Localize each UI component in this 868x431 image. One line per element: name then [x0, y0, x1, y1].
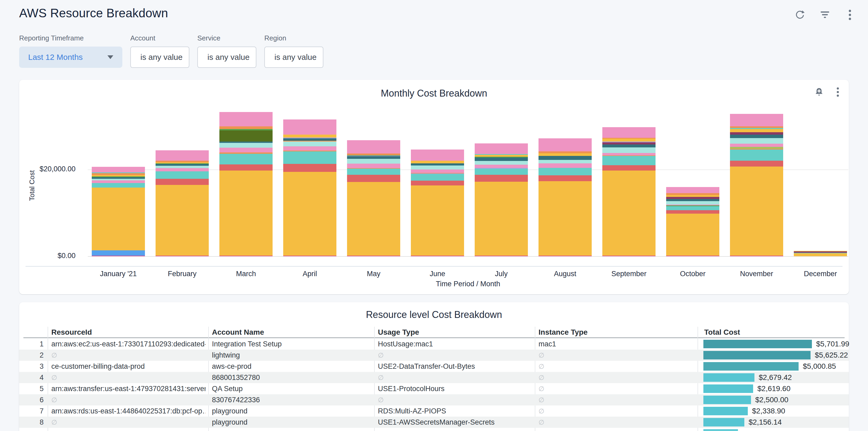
x-tick-label: October — [661, 270, 725, 278]
timeframe-dropdown[interactable]: Last 12 Months — [19, 47, 122, 68]
cell-total-cost: $5,000.85 — [803, 361, 836, 372]
cell-account: 830767422336 — [212, 394, 372, 405]
bar-segment — [219, 171, 273, 256]
stacked-bar-june[interactable] — [411, 150, 464, 256]
stacked-bar-january-21[interactable] — [92, 167, 145, 256]
bar-segment — [283, 134, 336, 137]
cell-total-cost: $2,338.90 — [752, 405, 785, 417]
bar-segment — [411, 161, 464, 163]
stacked-bar-november[interactable] — [730, 114, 783, 256]
table-row[interactable]: 7arn:aws:rds:us-east-1:448640225317:db:p… — [19, 405, 849, 417]
table-title: Resource level Cost Breakdown — [19, 309, 849, 320]
bar-segment — [156, 185, 209, 256]
row-number: 7 — [19, 405, 43, 417]
service-filter-button[interactable]: is any value — [197, 47, 256, 68]
bar-segment — [283, 142, 336, 146]
bar-segment — [411, 174, 464, 181]
col-header-instance-type[interactable]: Instance Type — [538, 327, 588, 338]
table-row[interactable]: 2∅lightwing∅∅$5,625.22 — [19, 349, 849, 361]
cell-total-cost: $2,156.14 — [749, 417, 782, 428]
bar-segment — [475, 144, 528, 154]
bar-segment — [347, 156, 400, 159]
bar-segment — [730, 129, 783, 132]
filter-bar: Reporting Timeframe Last 12 Months Accou… — [19, 34, 323, 68]
col-header-usage-type[interactable]: Usage Type — [378, 327, 419, 338]
bar-segment — [730, 161, 783, 166]
stacked-bar-march[interactable] — [219, 112, 273, 256]
region-filter-button[interactable]: is any value — [264, 47, 323, 68]
bar-segment — [538, 138, 592, 151]
bar-segment — [666, 206, 719, 210]
bar-segment — [156, 166, 209, 168]
stacked-bar-september[interactable] — [602, 127, 655, 256]
bar-segment — [219, 154, 273, 164]
col-header-account-name[interactable]: Account Name — [212, 327, 264, 338]
table-row-partial[interactable] — [19, 428, 849, 431]
table-row[interactable]: 4∅868001352780∅∅$2,679.42 — [19, 372, 849, 383]
bar-segment — [411, 163, 464, 165]
table-header-rule — [23, 337, 845, 338]
bar-segment — [92, 188, 145, 250]
bar-segment — [602, 142, 655, 145]
cell-instance: ∅ — [538, 349, 693, 361]
bar-segment — [538, 151, 592, 153]
cell-resource: ∅ — [51, 372, 206, 383]
filter-reporting-timeframe: Reporting Timeframe Last 12 Months — [19, 34, 122, 68]
stacked-bar-october[interactable] — [666, 187, 719, 256]
bar-segment — [475, 157, 528, 161]
filter-label: Reporting Timeframe — [19, 34, 122, 42]
bar-segment — [411, 150, 464, 161]
cell-instance: ∅ — [538, 405, 693, 417]
row-number: 2 — [19, 349, 43, 361]
col-header-resourceid[interactable]: ResourceId — [51, 327, 92, 338]
bar-segment — [92, 180, 145, 183]
table-row[interactable]: 1arn:aws:ec2:us-east-1:733017110293:dedi… — [19, 338, 849, 349]
table-row[interactable]: 5arn:aws:transfer:us-east-1:479370281431… — [19, 383, 849, 394]
stacked-bar-april[interactable] — [283, 119, 336, 256]
col-header-total-cost[interactable]: Total Cost — [704, 327, 740, 338]
table-row[interactable]: 6∅830767422336∅∅$2,500.00 — [19, 394, 849, 405]
cost-bar — [703, 340, 812, 348]
cell-instance: ∅ — [538, 361, 693, 372]
more-vertical-icon[interactable] — [845, 9, 855, 20]
table-row[interactable]: 3ce-customer-billing-data-prodaws-ce-pro… — [19, 361, 849, 372]
cell-usage: RDS:Multi-AZ-PIOPS — [378, 405, 532, 417]
stacked-bar-february[interactable] — [156, 150, 209, 256]
bar-segment — [730, 138, 783, 144]
bar-segment — [347, 169, 400, 175]
cell-total-cost: $2,679.42 — [759, 372, 792, 383]
x-axis-title: Time Period / Month — [88, 280, 848, 288]
row-number: 6 — [19, 394, 43, 405]
bar-segment — [602, 145, 655, 147]
table-row[interactable]: 8∅playgroundUSE1-AWSSecretsManager-Secre… — [19, 417, 849, 428]
cell-usage: USE1-ProtocolHours — [378, 383, 532, 394]
stacked-bar-august[interactable] — [538, 138, 592, 256]
stacked-bar-may[interactable] — [347, 140, 400, 256]
bar-segment — [219, 148, 273, 152]
bar-segment — [156, 256, 209, 256]
x-tick-label: March — [214, 270, 278, 278]
stacked-bar-july[interactable] — [475, 144, 528, 256]
x-tick-label: February — [150, 270, 214, 278]
x-tick-label: July — [469, 270, 533, 278]
bar-segment — [538, 256, 592, 256]
cell-account: QA Setup — [212, 383, 372, 394]
timeframe-value: Last 12 Months — [28, 53, 83, 62]
y-tick-0: $0.00 — [19, 252, 75, 260]
cell-total-cost: $5,701.99 — [816, 338, 849, 349]
dashboard-filters-icon[interactable] — [819, 9, 830, 20]
x-tick-label: January '21 — [86, 270, 150, 278]
cell-usage: USE1-AWSSecretsManager-Secrets — [378, 417, 532, 428]
stacked-bar-december[interactable] — [794, 251, 847, 256]
cost-bar — [703, 373, 754, 382]
cell-account: lightwing — [212, 349, 372, 361]
cost-bar — [703, 396, 751, 404]
cell-resource: ∅ — [51, 417, 206, 428]
account-filter-button[interactable]: is any value — [130, 47, 189, 68]
bar-segment — [283, 172, 336, 256]
filter-label: Region — [264, 34, 323, 42]
filter-service: Service is any value — [197, 34, 256, 68]
cell-total-cost: $2,500.00 — [755, 394, 788, 405]
refresh-button[interactable] — [795, 9, 805, 20]
bar-segment — [411, 170, 464, 173]
